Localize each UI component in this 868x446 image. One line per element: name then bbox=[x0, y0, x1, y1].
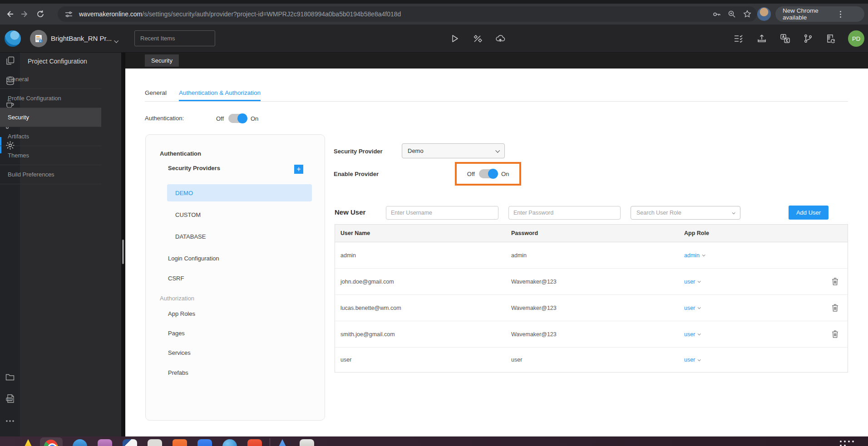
reload-icon bbox=[36, 10, 44, 18]
chevron-down-icon bbox=[698, 279, 701, 283]
role-dropdown[interactable]: user bbox=[684, 279, 695, 285]
sidebar-header: Project Configuration bbox=[20, 53, 121, 70]
delete-user-button[interactable] bbox=[826, 330, 844, 338]
run-button[interactable] bbox=[445, 29, 464, 48]
browser-reload-button[interactable] bbox=[33, 6, 48, 22]
users-table: User Name Password App Role admin admin … bbox=[335, 224, 848, 372]
chevron-down-icon bbox=[702, 253, 705, 256]
nav-prefabs[interactable]: Prefabs bbox=[168, 369, 188, 376]
user-avatar[interactable]: PD bbox=[848, 30, 864, 47]
screen: wavemakeronline.com/s/settings/security/… bbox=[0, 0, 868, 446]
url-text: wavemakeronline.com/s/settings/security/… bbox=[79, 10, 709, 18]
role-dropdown[interactable]: admin bbox=[684, 252, 700, 259]
add-user-button[interactable]: Add User bbox=[789, 206, 829, 220]
project-switcher-chevron-icon[interactable] bbox=[114, 36, 118, 44]
sidebar-item-general[interactable]: General bbox=[0, 70, 101, 89]
provider-item-custom[interactable]: CUSTOM bbox=[175, 211, 201, 218]
browser-profile-avatar[interactable] bbox=[757, 7, 771, 21]
localization-button[interactable] bbox=[776, 29, 794, 48]
wavemaker-logo-icon[interactable] bbox=[5, 30, 21, 47]
sidebar-item-build-preferences[interactable]: Build Preferences bbox=[0, 165, 101, 184]
avatar-initials: PD bbox=[852, 35, 860, 42]
checklist-icon bbox=[734, 34, 743, 43]
security-providers-label[interactable]: Security Providers bbox=[168, 165, 220, 172]
tab-general[interactable]: General bbox=[145, 89, 167, 96]
sidebar-item-themes[interactable]: Themes bbox=[0, 146, 101, 165]
show-apps-grid-icon[interactable] bbox=[840, 441, 855, 446]
file-explorer-button[interactable] bbox=[0, 368, 20, 385]
delete-user-button[interactable] bbox=[826, 304, 844, 312]
browser-forward-button[interactable] bbox=[17, 6, 33, 22]
site-settings-icon[interactable] bbox=[65, 10, 73, 18]
authentication-toggle[interactable] bbox=[228, 114, 247, 123]
more-options-button[interactable] bbox=[0, 413, 20, 429]
export-button[interactable] bbox=[753, 29, 771, 48]
nav-csrf[interactable]: CSRF bbox=[168, 275, 184, 282]
git-branch-icon bbox=[804, 34, 813, 43]
pages-nav-button[interactable] bbox=[0, 52, 20, 69]
recent-items-dropdown[interactable]: Recent Items bbox=[134, 30, 215, 46]
cell-password: Wavemaker@123 bbox=[511, 331, 684, 338]
writer-doc-dock-icon[interactable] bbox=[123, 439, 137, 446]
enable-provider-label: Enable Provider bbox=[334, 171, 379, 177]
project-avatar[interactable] bbox=[30, 30, 47, 47]
file-sync-button[interactable] bbox=[822, 29, 840, 48]
enable-provider-highlight: Off On bbox=[455, 162, 521, 186]
nav-services[interactable]: Services bbox=[168, 349, 191, 356]
nav-login-configuration[interactable]: Login Configuration bbox=[168, 255, 219, 262]
tab-authentication-authorization[interactable]: Authentication & Authorization bbox=[179, 89, 261, 96]
red-app-dock-icon[interactable] bbox=[247, 439, 262, 446]
files-folder-dock-icon[interactable] bbox=[98, 439, 112, 446]
sidebar-item-artifacts[interactable]: Artifacts bbox=[0, 127, 101, 146]
provider-item-demo[interactable]: DEMO bbox=[167, 184, 312, 201]
screenshot-tool-dock-icon[interactable] bbox=[148, 439, 162, 446]
cell-username: john.doe@gmail.com bbox=[335, 279, 511, 285]
app-store-bag-dock-icon[interactable] bbox=[173, 439, 187, 446]
sidebar-scrollbar[interactable] bbox=[122, 240, 124, 264]
url-bar[interactable]: wavemakeronline.com/s/settings/security/… bbox=[58, 6, 757, 22]
role-dropdown[interactable]: user bbox=[684, 357, 695, 363]
delete-user-button[interactable] bbox=[826, 278, 844, 285]
add-provider-button[interactable]: + bbox=[294, 165, 303, 174]
user-role-select[interactable]: Search User Role bbox=[631, 206, 740, 220]
breadcrumb[interactable]: Security bbox=[145, 54, 179, 67]
username-input[interactable] bbox=[386, 206, 498, 220]
sidebar-item-profile-configuration[interactable]: Profile Configuration bbox=[0, 89, 101, 108]
cell-password: Wavemaker@123 bbox=[511, 305, 684, 311]
chrome-update-label: New Chrome available bbox=[783, 7, 821, 21]
project-name[interactable]: BrightBank_RN Pr... bbox=[51, 34, 112, 42]
cell-password: admin bbox=[511, 252, 684, 259]
col-password: Password bbox=[511, 230, 684, 236]
task-list-button[interactable] bbox=[730, 29, 748, 48]
zoom-icon[interactable] bbox=[724, 6, 740, 22]
role-dropdown[interactable]: user bbox=[684, 331, 695, 338]
enable-provider-toggle[interactable] bbox=[479, 169, 497, 178]
deploy-button[interactable] bbox=[491, 29, 509, 48]
browser-back-button[interactable] bbox=[2, 6, 17, 22]
nav-pages[interactable]: Pages bbox=[168, 330, 185, 337]
active-tab-underline bbox=[179, 100, 261, 101]
bookmark-star-icon[interactable] bbox=[740, 6, 755, 22]
build-tools-button[interactable] bbox=[468, 29, 486, 48]
forward-arrow-icon bbox=[21, 10, 29, 18]
cell-password: Wavemaker@123 bbox=[511, 279, 684, 285]
browser-menu-icon[interactable] bbox=[821, 11, 860, 18]
trash-icon bbox=[832, 330, 838, 338]
user-role-placeholder: Search User Role bbox=[636, 210, 681, 216]
password-key-icon[interactable] bbox=[709, 6, 724, 22]
keyboard-dock-icon[interactable] bbox=[300, 439, 314, 446]
logs-button[interactable]: LOG bbox=[0, 390, 20, 407]
cell-password: user bbox=[511, 357, 684, 363]
ws-file-dock-icon[interactable] bbox=[197, 439, 212, 446]
version-control-button[interactable] bbox=[799, 29, 817, 48]
folder-icon bbox=[5, 373, 15, 381]
password-input[interactable] bbox=[508, 206, 621, 220]
security-provider-select[interactable]: Demo bbox=[402, 143, 505, 158]
chrome-update-chip[interactable]: New Chrome available bbox=[775, 6, 864, 22]
nav-app-roles[interactable]: App Roles bbox=[168, 310, 195, 317]
role-dropdown[interactable]: user bbox=[684, 305, 695, 311]
sidebar-item-security[interactable]: Security bbox=[0, 108, 101, 127]
tools-icon bbox=[473, 34, 482, 44]
provider-item-database[interactable]: DATABASE bbox=[175, 233, 206, 240]
col-user-name: User Name bbox=[335, 230, 511, 236]
